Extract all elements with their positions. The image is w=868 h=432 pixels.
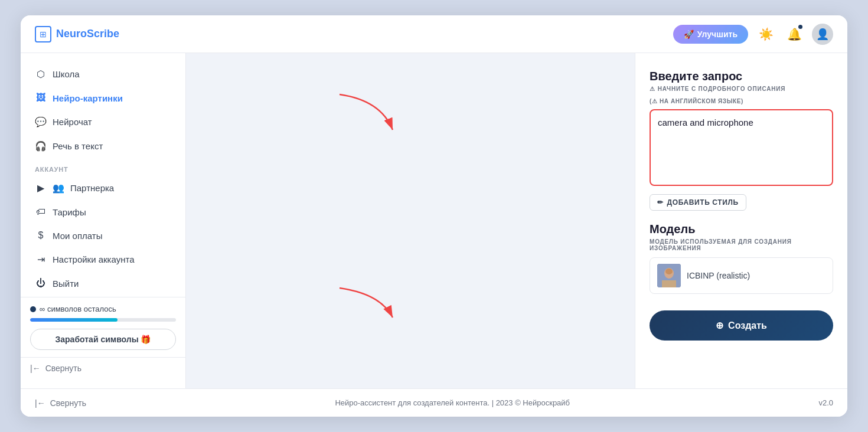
sun-icon: ☀️ <box>759 27 774 41</box>
create-button[interactable]: ⊕ Создать <box>650 310 833 341</box>
prompt-subtitle-text: НАЧНИТЕ С ПОДРОБНОГО ОПИСАНИЯ <box>658 86 785 92</box>
sidebar-item-label-moi-oplaty: Мои оплаты <box>53 231 102 241</box>
footer-version: v2.0 <box>818 398 833 407</box>
image-icon: 🖼 <box>35 93 47 103</box>
model-subtitle: МОДЕЛЬ ИСПОЛЬЗУЕМАЯ ДЛЯ СОЗДАНИЯ ИЗОБРАЖ… <box>650 238 833 251</box>
prompt-subtitle: ⚠ НАЧНИТЕ С ПОДРОБНОГО ОПИСАНИЯ <box>650 86 833 92</box>
logo-text: NeuroScribe <box>56 28 119 40</box>
edit-icon: ✏ <box>657 198 664 207</box>
app-window: ⊞ NeuroScribe 🚀 Улучшить ☀️ 🔔 👤 <box>21 15 847 417</box>
model-section: Модель МОДЕЛЬ ИСПОЛЬЗУЕМАЯ ДЛЯ СОЗДАНИЯ … <box>650 222 833 294</box>
notification-dot <box>798 25 802 29</box>
sidebar-item-neuro-kartinki[interactable]: 🖼 Нейро-картинки <box>28 87 178 109</box>
sidebar-item-label-nastrojki: Настройки аккаунта <box>53 254 135 264</box>
avatar[interactable]: 👤 <box>812 24 833 45</box>
sidebar-item-shkola[interactable]: ⬡ Школа <box>28 63 178 86</box>
sidebar-item-vyjti[interactable]: ⏻ Выйти <box>28 272 178 294</box>
account-section-title: АККАУНТ <box>28 159 178 176</box>
header-right: 🚀 Улучшить ☀️ 🔔 👤 <box>673 24 833 45</box>
right-panel: Введите запрос ⚠ НАЧНИТЕ С ПОДРОБНОГО ОП… <box>635 53 847 388</box>
body: ⬡ Школа 🖼 Нейро-картинки 💬 Нейрочат 🎧 Ре… <box>21 53 847 388</box>
footer-collapse[interactable]: |← Свернуть <box>35 398 86 408</box>
sidebar-item-label-nejrochat: Нейрочат <box>53 117 92 127</box>
footer-collapse-label: Свернуть <box>50 398 86 408</box>
svg-rect-4 <box>662 280 676 287</box>
tag-icon: 🏷 <box>35 207 47 217</box>
notification-button[interactable]: 🔔 <box>784 24 805 45</box>
sidebar-item-nejrochat[interactable]: 💬 Нейрочат <box>28 110 178 133</box>
sidebar-item-label-partnerka: Партнерка <box>70 183 114 193</box>
prompt-section-title: Введите запрос <box>650 70 833 83</box>
partner-icon: ▶ <box>35 182 47 194</box>
model-thumbnail <box>657 264 681 287</box>
sidebar-item-tarify[interactable]: 🏷 Тарифы <box>28 201 178 223</box>
logout-icon: ⏻ <box>35 278 47 289</box>
sidebar-item-partnerka[interactable]: ▶ 👥 Партнерка <box>28 176 178 199</box>
sidebar-bottom: ∞ символов осталось Заработай символы 🎁 <box>21 297 185 357</box>
collapse-label: Свернуть <box>45 364 81 373</box>
annotation-arrow-1 <box>334 89 404 148</box>
school-icon: ⬡ <box>35 68 47 80</box>
model-thumb-image <box>657 264 681 287</box>
prompt-section: Введите запрос ⚠ НАЧНИТЕ С ПОДРОБНОГО ОП… <box>650 70 833 211</box>
upgrade-button-label: Улучшить <box>697 30 738 39</box>
sidebar-collapse[interactable]: |← Свернуть <box>21 357 185 379</box>
symbols-row: ∞ символов осталось <box>30 305 176 313</box>
collapse-arrow-icon: |← <box>30 364 41 373</box>
rocket-icon: 🚀 <box>684 30 694 39</box>
footer-collapse-icon: |← <box>35 398 45 408</box>
sidebar-item-nastrojki[interactable]: ⇥ Настройки аккаунта <box>28 248 178 271</box>
model-section-title: Модель <box>650 222 833 236</box>
chat-icon: 💬 <box>35 116 47 127</box>
theme-toggle-button[interactable]: ☀️ <box>755 24 776 45</box>
prompt-textarea[interactable] <box>650 109 833 186</box>
dollar-icon: $ <box>35 230 47 241</box>
bell-icon: 🔔 <box>787 27 802 41</box>
logo: ⊞ NeuroScribe <box>35 26 119 42</box>
main-content <box>186 53 635 388</box>
prompt-subtitle-lang: (⚠ НА АНГЛИЙСКОМ ЯЗЫКЕ) <box>650 98 833 104</box>
sidebar-item-rech-v-tekst[interactable]: 🎧 Речь в текст <box>28 135 178 158</box>
model-dropdown[interactable]: ICBINP (realistic) <box>650 257 833 294</box>
create-icon: ⊕ <box>716 320 723 331</box>
earn-symbols-button[interactable]: Заработай символы 🎁 <box>30 329 176 350</box>
user-group-icon: 👥 <box>53 182 64 194</box>
model-name: ICBINP (realistic) <box>687 271 750 280</box>
logo-text-part2: Scribe <box>87 28 119 40</box>
headphones-icon: 🎧 <box>35 140 47 152</box>
settings-arrow-icon: ⇥ <box>35 254 47 265</box>
warning-triangle: ⚠ <box>650 86 655 92</box>
sidebar-item-label-shkola: Школа <box>53 69 80 79</box>
progress-bar <box>30 318 176 322</box>
sidebar: ⬡ Школа 🖼 Нейро-картинки 💬 Нейрочат 🎧 Ре… <box>21 53 186 388</box>
sidebar-item-label-tarify: Тарифы <box>53 207 86 217</box>
sidebar-item-moi-oplaty[interactable]: $ Мои оплаты <box>28 224 178 247</box>
annotation-arrow-2 <box>334 282 404 329</box>
svg-point-5 <box>665 269 673 274</box>
upgrade-button[interactable]: 🚀 Улучшить <box>673 25 748 44</box>
sidebar-item-label-vyjti: Выйти <box>53 279 79 289</box>
sidebar-item-label-rech-v-tekst: Речь в текст <box>53 141 103 151</box>
header: ⊞ NeuroScribe 🚀 Улучшить ☀️ 🔔 👤 <box>21 15 847 53</box>
create-button-label: Создать <box>728 320 767 331</box>
add-style-button[interactable]: ✏ добавить стиль <box>650 194 746 211</box>
symbols-label: ∞ символов осталось <box>40 305 116 313</box>
app-footer: |← Свернуть Нейро-ассистент для создател… <box>21 388 847 417</box>
avatar-icon: 👤 <box>816 28 829 41</box>
add-style-label: добавить стиль <box>667 198 739 207</box>
sidebar-nav: ⬡ Школа 🖼 Нейро-картинки 💬 Нейрочат 🎧 Ре… <box>21 63 185 297</box>
sidebar-item-label-neuro-kartinki: Нейро-картинки <box>53 93 123 103</box>
logo-icon: ⊞ <box>35 26 51 42</box>
progress-bar-fill <box>30 318 118 322</box>
earn-button-label: Заработай символы 🎁 <box>56 335 151 344</box>
infinity-dot <box>30 306 36 312</box>
footer-center-text: Нейро-ассистент для создателей контента.… <box>335 398 570 407</box>
logo-text-part1: Neuro <box>56 28 87 40</box>
